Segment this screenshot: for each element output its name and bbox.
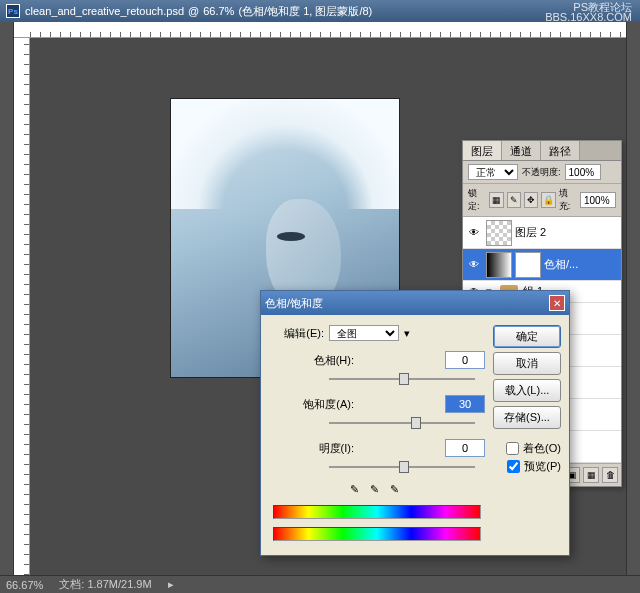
- titlebar: Ps clean_and_creative_retouch.psd @ 66.7…: [0, 0, 640, 22]
- layer-item[interactable]: 👁 图层 2: [463, 217, 621, 249]
- ruler-vertical[interactable]: [14, 38, 30, 575]
- ruler-horizontal[interactable]: [14, 22, 626, 38]
- eyedropper-add-icon[interactable]: ✎: [370, 483, 384, 497]
- saturation-input[interactable]: [445, 395, 485, 413]
- slider-thumb[interactable]: [399, 373, 409, 385]
- statusbar: 66.67% 文档: 1.87M/21.9M ▸: [0, 575, 640, 593]
- close-icon[interactable]: ✕: [549, 295, 565, 311]
- opacity-input[interactable]: [565, 164, 601, 180]
- blend-mode-select[interactable]: 正常: [468, 164, 518, 180]
- preview-label: 预览(P): [524, 459, 561, 474]
- tab-paths[interactable]: 路径: [541, 141, 580, 160]
- tool-strip-left[interactable]: [0, 22, 14, 575]
- hue-spectrum-result: [273, 527, 481, 541]
- tool-strip-right[interactable]: [626, 22, 640, 575]
- tab-layers[interactable]: 图层: [463, 141, 502, 160]
- colorize-label: 着色(O): [523, 441, 561, 456]
- dialog-titlebar[interactable]: 色相/饱和度 ✕: [261, 291, 569, 315]
- saturation-slider[interactable]: [329, 415, 475, 431]
- hue-spectrum: [273, 505, 481, 519]
- hue-saturation-dialog[interactable]: 色相/饱和度 ✕ 编辑(E): 全图 ▾ 色相(H): 饱和度(A): 明度: [260, 290, 570, 556]
- document-zoom: 66.7%: [203, 5, 234, 17]
- layer-name[interactable]: 图层 2: [515, 225, 546, 240]
- load-button[interactable]: 载入(L)...: [493, 379, 561, 402]
- lock-label: 锁定:: [468, 187, 486, 213]
- lock-transparent-icon[interactable]: ▦: [489, 192, 503, 208]
- lock-all-icon[interactable]: 🔒: [541, 192, 555, 208]
- lightness-input[interactable]: [445, 439, 485, 457]
- visibility-icon[interactable]: 👁: [465, 259, 483, 270]
- eyedropper-icon[interactable]: ✎: [350, 483, 364, 497]
- panel-tabs: 图层 通道 路径: [463, 141, 621, 161]
- lock-move-icon[interactable]: ✥: [524, 192, 538, 208]
- chevron-down-icon[interactable]: ▾: [404, 327, 410, 340]
- eyedropper-minus-icon[interactable]: ✎: [390, 483, 404, 497]
- document-filename: clean_and_creative_retouch.psd: [25, 5, 184, 17]
- watermark: PS教程论坛 BBS.16XX8.COM: [545, 2, 632, 22]
- dialog-title: 色相/饱和度: [265, 296, 323, 311]
- fill-label: 填充:: [559, 187, 577, 213]
- trash-icon[interactable]: 🗑: [602, 467, 618, 483]
- ps-icon: Ps: [6, 4, 20, 18]
- hue-input[interactable]: [445, 351, 485, 369]
- saturation-label: 饱和度(A):: [269, 397, 354, 412]
- hue-slider[interactable]: [329, 371, 475, 387]
- status-docsize: 文档: 1.87M/21.9M: [59, 577, 151, 592]
- slider-thumb[interactable]: [399, 461, 409, 473]
- ok-button[interactable]: 确定: [493, 325, 561, 348]
- colorize-checkbox[interactable]: [506, 442, 519, 455]
- fill-input[interactable]: [580, 192, 616, 208]
- lock-paint-icon[interactable]: ✎: [507, 192, 521, 208]
- mask-thumb[interactable]: [515, 252, 541, 278]
- chevron-right-icon[interactable]: ▸: [168, 578, 174, 591]
- lightness-label: 明度(I):: [269, 441, 354, 456]
- edit-label: 编辑(E):: [269, 326, 324, 341]
- adjustment-thumb[interactable]: [486, 252, 512, 278]
- lightness-slider[interactable]: [329, 459, 475, 475]
- preview-checkbox[interactable]: [507, 460, 520, 473]
- hue-label: 色相(H):: [269, 353, 354, 368]
- slider-thumb[interactable]: [411, 417, 421, 429]
- layer-item[interactable]: 👁 色相/...: [463, 249, 621, 281]
- status-zoom[interactable]: 66.67%: [6, 579, 43, 591]
- layer-name[interactable]: 色相/...: [544, 257, 578, 272]
- edit-select[interactable]: 全图: [329, 325, 399, 341]
- tab-channels[interactable]: 通道: [502, 141, 541, 160]
- cancel-button[interactable]: 取消: [493, 352, 561, 375]
- document-layer-info: (色相/饱和度 1, 图层蒙版/8): [238, 4, 372, 19]
- opacity-label: 不透明度:: [522, 166, 561, 179]
- save-button[interactable]: 存储(S)...: [493, 406, 561, 429]
- new-layer-icon[interactable]: ▦: [583, 467, 599, 483]
- visibility-icon[interactable]: 👁: [465, 227, 483, 238]
- layer-thumb[interactable]: [486, 220, 512, 246]
